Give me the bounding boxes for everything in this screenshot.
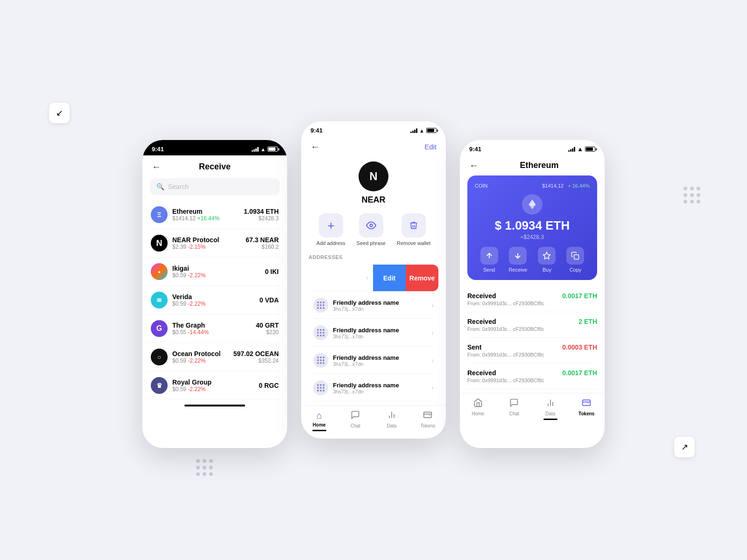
address-dot-icon-2 [313, 325, 328, 340]
tx-from-2: From: 0x9991d3c... cF2930BCf8c [467, 352, 597, 357]
tx-top-0: Received 0.0017 ETH [467, 292, 597, 300]
nav-home-3[interactable]: Home [466, 398, 490, 420]
send-action[interactable]: Send [480, 247, 498, 273]
copy-icon [566, 247, 584, 265]
coin-balance-iki: 0 IKI [265, 268, 279, 275]
coin-name-eth: Ethereum [172, 208, 244, 215]
nav-data-3[interactable]: Data [539, 398, 562, 420]
swipe-remove-button-0[interactable]: Remove [406, 265, 438, 291]
address-item-4[interactable]: Friendly address name 3hs73j...x7dn › [309, 375, 438, 401]
address-item-2[interactable]: Friendly address name 3hs73j...x7dn › [309, 320, 438, 346]
coin-item-rgc[interactable]: ♛ Royal Group $0.59 -2.22% 0 RGC [146, 371, 283, 400]
nav-data-2[interactable]: Data [380, 410, 403, 431]
tx-item-1[interactable]: Received 2 ETH From: 0x9991d3c... cF2930… [467, 312, 597, 338]
seed-phrase-button[interactable]: Seed phrase [357, 213, 386, 246]
tx-from-3: From: 0x9991d3c... cF2930BCf8c [467, 378, 597, 383]
address-item-0[interactable]: Iress name 3hs73j...x7dn › [309, 265, 373, 291]
coin-balance-rgc: 0 RGC [259, 382, 279, 389]
copy-label: Copy [570, 267, 582, 273]
svg-rect-1 [424, 412, 432, 418]
eth-approx: ≈$2428.3 [475, 234, 590, 240]
address-item-3[interactable]: Friendly address name 3hs73j...x7dn › [309, 347, 438, 374]
buy-label: Buy [543, 267, 551, 273]
data-nav-icon-3 [546, 398, 555, 410]
seed-phrase-label: Seed phrase [357, 240, 386, 246]
receive-header: ← Receive [142, 155, 287, 178]
add-address-button[interactable]: + Add address [317, 213, 345, 246]
remove-wallet-icon [402, 213, 426, 238]
status-bar-2: 9:41 ▲ [301, 121, 446, 137]
coin-list: Ξ Ethereum $1414.12 +16.44% 1.0934 ETH $… [142, 201, 287, 400]
signal-icon-1 [252, 147, 259, 152]
status-icons-1: ▲ [252, 147, 278, 152]
phones-container: 9:41 ▲ ← Receive 🔍 Search [142, 112, 605, 448]
data-nav-icon-2 [387, 410, 396, 422]
tx-from-1: From: 0x9991d3c... cF2930BCf8c [467, 326, 597, 332]
address-item-1[interactable]: Friendly address name 3hs73j...x7dn › [309, 292, 438, 319]
coin-item-eth[interactable]: Ξ Ethereum $1414.12 +16.44% 1.0934 ETH $… [146, 201, 283, 229]
eth-amount: $ 1.0934 ETH [475, 218, 590, 233]
status-time-3: 9:41 [469, 146, 481, 153]
address-item-wrapper-1: Friendly address name 3hs73j...x7dn › [309, 292, 438, 319]
coin-item-near[interactable]: Ν NEAR Protocol $2.39 -2.15% 67.3 NEAR $… [146, 229, 283, 258]
eth-card-actions: Send Receive Buy [475, 247, 590, 273]
search-icon: 🔍 [156, 183, 164, 190]
search-bar[interactable]: 🔍 Search [150, 178, 280, 195]
address-info-0: Iress name 3hs73j...x7dn [309, 272, 366, 284]
nav-tokens-2[interactable]: Tokens [416, 410, 439, 431]
coin-item-vda[interactable]: ≋ Verida $0.59 -2.22% 0 VDA [146, 286, 283, 315]
tx-top-3: Received 0.0017 ETH [467, 369, 597, 377]
coin-info-rgc: Royal Group $0.59 -2.22% [172, 378, 259, 392]
nav-chat-2[interactable]: Chat [344, 410, 367, 431]
tx-type-3: Received [467, 369, 496, 377]
phone-near: 9:41 ▲ ← Edit Ν NEAR [301, 121, 446, 439]
nav-indicator-2 [312, 430, 326, 431]
battery-icon-1 [268, 147, 278, 152]
coin-price-eth: $1414.12 +16.44% [172, 215, 244, 222]
data-nav-label-2: Data [387, 423, 396, 428]
coin-balance-grt: 40 GRT $220 [256, 322, 279, 336]
wifi-icon-2: ▲ [419, 128, 424, 133]
signal-icon-3 [568, 147, 575, 152]
swipe-edit-button-0[interactable]: Edit [373, 265, 406, 291]
coin-item-iki[interactable]: ● Ikigai $0.59 -2.22% 0 IKI [146, 258, 283, 286]
coin-info-eth: Ethereum $1414.12 +16.44% [172, 208, 244, 222]
receive-icon [509, 247, 527, 265]
coin-item-grt[interactable]: G The Graph $0.55 -14.44% 40 GRT $220 [146, 315, 283, 343]
address-short-0: 3hs73j...x7dn [309, 279, 366, 284]
coin-item-ocean[interactable]: ○ Ocean Protocol $0.59 -2.22% 597.02 OCE… [146, 343, 283, 371]
tx-item-0[interactable]: Received 0.0017 ETH From: 0x9991d3c... c… [467, 287, 597, 312]
dots-decoration-right [684, 187, 700, 203]
eth-coin-label: COIN [475, 183, 488, 189]
eth-logo [522, 194, 543, 215]
buy-icon [538, 247, 556, 265]
edit-button[interactable]: Edit [424, 143, 437, 151]
back-button-1[interactable]: ← [152, 161, 161, 172]
address-chevron-4: › [431, 384, 434, 392]
address-dot-icon-4 [313, 380, 328, 395]
tx-item-3[interactable]: Received 0.0017 ETH From: 0x9991d3c... c… [467, 364, 597, 389]
tokens-nav-icon-3 [582, 398, 591, 410]
tokens-nav-icon-2 [423, 410, 432, 422]
address-name-0: Iress name [309, 272, 366, 279]
back-button-2[interactable]: ← [310, 141, 320, 152]
coin-logo-eth: Ξ [151, 206, 168, 223]
coin-balance-vda: 0 VDA [260, 296, 279, 304]
nav-tokens-3[interactable]: Tokens [575, 398, 598, 420]
nav-chat-3[interactable]: Chat [502, 398, 526, 420]
buy-action[interactable]: Buy [538, 247, 556, 273]
status-icons-3: ▲ [568, 146, 595, 153]
corner-arrow-bottomright: ↗ [674, 437, 695, 457]
tx-item-2[interactable]: Sent 0.0003 ETH From: 0x9991d3c... cF293… [467, 338, 597, 364]
remove-wallet-button[interactable]: Remove wallet [397, 213, 430, 246]
svg-rect-5 [574, 255, 579, 259]
copy-action[interactable]: Copy [566, 247, 584, 273]
address-item-wrapper-4: Friendly address name 3hs73j...x7dn › [309, 375, 438, 401]
home-nav-label-3: Home [472, 411, 484, 416]
wifi-icon-1: ▲ [261, 147, 266, 152]
address-info-4: Friendly address name 3hs73j...x7dn [333, 382, 431, 394]
back-button-3[interactable]: ← [469, 160, 479, 171]
receive-action[interactable]: Receive [509, 247, 528, 273]
nav-home-2[interactable]: ⌂ Home [308, 410, 331, 431]
phone-ethereum: 9:41 ▲ ← Ethereum COIN [460, 140, 605, 448]
